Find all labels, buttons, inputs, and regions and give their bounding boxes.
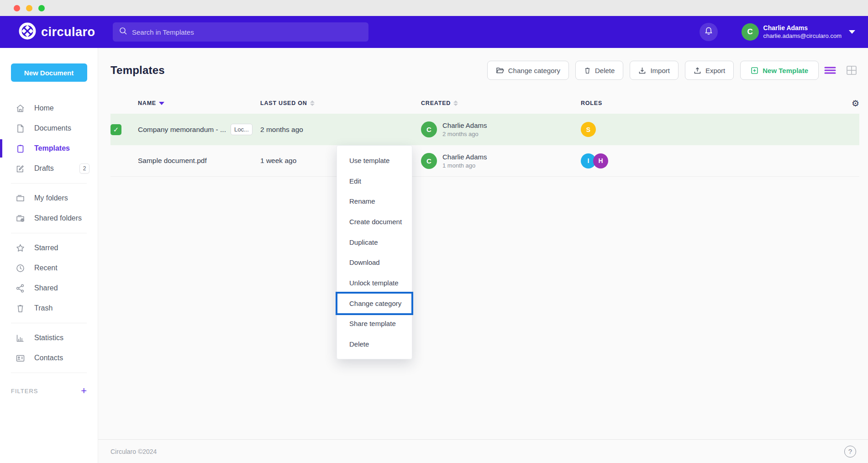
sidebar-item-label: Recent	[34, 264, 58, 272]
context-menu-item-share-template[interactable]: Share template	[337, 314, 412, 334]
table-settings: ⚙︎	[841, 98, 859, 109]
notifications-button[interactable]	[700, 23, 718, 41]
context-menu-item-use-template[interactable]: Use template	[337, 150, 412, 171]
drafts-count-badge: 2	[79, 163, 89, 174]
sidebar-item-label: Shared folders	[34, 214, 82, 222]
created-lines: Charlie Adams 1 month ago	[442, 153, 487, 169]
context-menu: Use template Edit Rename Create document…	[337, 145, 412, 359]
table-row[interactable]: ✓ Company memorandum - ... Loc... 2 mont…	[110, 114, 859, 145]
sidebar-item-contacts[interactable]: Contacts	[0, 348, 98, 368]
header-right: C Charlie Adams charlie.adams@circularo.…	[700, 23, 855, 41]
column-label: ROLES	[581, 100, 602, 106]
user-email: charlie.adams@circularo.com	[763, 32, 842, 40]
sidebar-item-documents[interactable]: Documents	[0, 118, 98, 138]
list-view-icon[interactable]	[824, 66, 836, 75]
circularo-logo[interactable]: circularo	[18, 22, 98, 42]
sidebar: New Document Home Documents	[0, 48, 98, 463]
new-template-label: New Template	[763, 67, 808, 74]
new-template-button[interactable]: New Template	[740, 61, 819, 80]
sidebar-item-label: Shared	[34, 284, 58, 292]
main-content: Templates Change category Delete	[98, 48, 868, 463]
context-menu-item-edit[interactable]: Edit	[337, 171, 412, 191]
templates-icon	[15, 143, 25, 153]
sidebar-item-label: Contacts	[34, 354, 63, 362]
search-icon	[119, 27, 127, 37]
sidebar-divider	[11, 373, 87, 373]
table-header: NAME LAST USED ON CREATED ROLES	[110, 93, 859, 114]
trash-icon	[15, 303, 25, 313]
roles-cell: S	[581, 122, 841, 137]
footer: Circularo ©2024 ?	[98, 439, 868, 463]
sidebar-item-label: Statistics	[34, 334, 63, 342]
last-used-cell: 2 months ago	[260, 126, 421, 134]
creator-name: Charlie Adams	[442, 153, 487, 161]
change-category-label: Change category	[508, 67, 560, 74]
minimize-window-button[interactable]	[26, 5, 32, 11]
sidebar-item-shared[interactable]: Shared	[0, 278, 98, 298]
sidebar-item-starred[interactable]: Starred	[0, 238, 98, 258]
sidebar-item-home[interactable]: Home	[0, 98, 98, 118]
app-header: circularo C Char	[0, 16, 868, 48]
new-document-button[interactable]: New Document	[11, 63, 87, 82]
sidebar-item-shared-folders[interactable]: Shared folders	[0, 208, 98, 228]
statistics-icon	[15, 333, 25, 343]
search-box[interactable]	[113, 22, 368, 42]
export-button[interactable]: Export	[685, 61, 734, 80]
search-input[interactable]	[132, 28, 362, 36]
templates-table: NAME LAST USED ON CREATED ROLES	[110, 93, 859, 177]
close-window-button[interactable]	[14, 5, 20, 11]
user-text: Charlie Adams charlie.adams@circularo.co…	[763, 24, 842, 40]
sidebar-item-label: My folders	[34, 194, 68, 202]
gear-icon[interactable]: ⚙︎	[852, 98, 859, 109]
context-menu-item-change-category[interactable]: Change category	[337, 293, 412, 314]
maximize-window-button[interactable]	[38, 5, 45, 11]
sidebar-divider	[11, 183, 87, 184]
export-icon	[694, 67, 701, 74]
column-header-created[interactable]: CREATED	[421, 100, 581, 106]
bell-icon	[704, 26, 713, 37]
template-name: Company memorandum - ...	[138, 126, 226, 134]
delete-button[interactable]: Delete	[575, 61, 623, 80]
role-avatar[interactable]: S	[581, 122, 596, 137]
user-menu[interactable]: C Charlie Adams charlie.adams@circularo.…	[742, 23, 855, 41]
table-row[interactable]: Sample document.pdf 1 week ago C Charlie…	[110, 145, 859, 177]
context-menu-item-create-document[interactable]: Create document	[337, 211, 412, 232]
home-icon	[15, 103, 25, 113]
column-header-name[interactable]: NAME	[138, 100, 260, 106]
macos-titlebar	[0, 0, 868, 16]
sidebar-item-label: Documents	[34, 124, 71, 132]
column-header-last-used[interactable]: LAST USED ON	[260, 100, 421, 106]
context-menu-item-delete[interactable]: Delete	[337, 334, 412, 354]
context-menu-item-duplicate[interactable]: Duplicate	[337, 232, 412, 253]
row-checkbox-cell: ✓	[110, 124, 138, 135]
sidebar-divider	[11, 323, 87, 323]
role-avatar[interactable]: H	[593, 153, 608, 168]
filters-label: FILTERS	[11, 388, 38, 395]
change-category-button[interactable]: Change category	[487, 61, 569, 80]
sidebar-item-templates[interactable]: Templates	[0, 138, 98, 158]
column-label: CREATED	[421, 100, 451, 106]
sidebar-item-statistics[interactable]: Statistics	[0, 328, 98, 348]
page-title: Templates	[110, 64, 165, 77]
sidebar-item-recent[interactable]: Recent	[0, 258, 98, 278]
sidebar-item-label: Trash	[34, 304, 53, 312]
grid-view-icon[interactable]	[846, 65, 857, 75]
created-time: 2 months ago	[442, 131, 487, 137]
import-label: Import	[650, 67, 670, 74]
sidebar-item-my-folders[interactable]: My folders	[0, 188, 98, 208]
help-button[interactable]: ?	[844, 446, 856, 458]
add-filter-button[interactable]: +	[81, 386, 87, 396]
drafts-icon	[15, 163, 25, 174]
context-menu-item-rename[interactable]: Rename	[337, 191, 412, 211]
sidebar-nav: Home Documents Templates	[0, 98, 98, 396]
sidebar-item-trash[interactable]: Trash	[0, 298, 98, 318]
row-checkbox-checked[interactable]: ✓	[110, 124, 121, 135]
context-menu-item-unlock-template[interactable]: Unlock template	[337, 273, 412, 293]
shared-folders-icon	[15, 213, 25, 223]
column-label: LAST USED ON	[260, 100, 307, 106]
sidebar-item-label: Home	[34, 104, 54, 112]
context-menu-item-download[interactable]: Download	[337, 252, 412, 273]
import-button[interactable]: Import	[630, 61, 679, 80]
sidebar-item-drafts[interactable]: Drafts 2	[0, 158, 98, 179]
column-header-roles: ROLES	[581, 100, 841, 106]
